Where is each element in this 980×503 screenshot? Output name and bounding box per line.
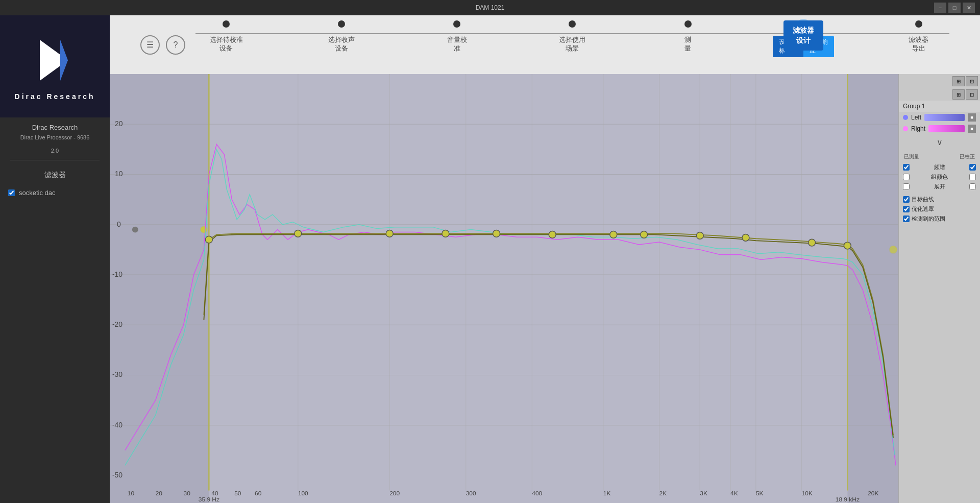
- svg-text:2K: 2K: [659, 490, 667, 497]
- option-rows: 目标曲线优化遮罩检测到的范围: [903, 195, 976, 224]
- bottom-panel: 已测量 已校正 频谱组颜色展开 目标曲线优化遮罩检测到的范围: [899, 150, 980, 227]
- option-row-1: 优化遮罩: [903, 204, 976, 214]
- step-item-2[interactable]: 音量校准: [426, 20, 487, 57]
- step-item-0[interactable]: 选择待校准设备: [195, 20, 257, 57]
- left-channel-end-btn[interactable]: ■: [968, 113, 976, 122]
- panel-icon-btn-2[interactable]: ⊡: [966, 76, 978, 86]
- right-channel-end-btn[interactable]: ■: [968, 125, 976, 133]
- corrected-header: 已校正: [960, 153, 975, 160]
- step-nav: ☰ ? 选择待校准设备选择收声设备音量校准选择使用场景测量滤波器设计滤波器设计设…: [110, 15, 980, 74]
- measured-header: 已测量: [904, 153, 919, 160]
- left-channel-dot: [903, 115, 908, 120]
- help-button[interactable]: ?: [166, 35, 185, 55]
- step-dot-1[interactable]: [338, 20, 345, 28]
- maximize-button[interactable]: □: [948, 3, 961, 13]
- right-channel-dot: [903, 126, 908, 131]
- step-dot-3[interactable]: [569, 20, 576, 28]
- step-item-3[interactable]: 选择使用场景: [542, 20, 603, 57]
- cb-label-2: 展开: [934, 183, 945, 190]
- svg-text:35.9 Hz: 35.9 Hz: [199, 496, 219, 503]
- option-cb-2[interactable]: [903, 215, 910, 222]
- measured-cb-2[interactable]: [903, 183, 910, 190]
- step-dot-2[interactable]: [453, 20, 460, 28]
- checkbox-header: 已测量 已校正: [903, 153, 976, 160]
- corrected-cb-0[interactable]: [969, 164, 976, 171]
- option-label-2: 检测到的范围: [912, 215, 945, 223]
- step-label-4: 测量: [684, 36, 691, 53]
- left-channel-label: Left: [911, 114, 921, 121]
- svg-point-52: [132, 227, 138, 233]
- checkbox-rows: 频谱组颜色展开: [903, 162, 976, 191]
- right-channel-label: Right: [911, 125, 925, 132]
- svg-point-57: [386, 230, 393, 237]
- svg-text:1K: 1K: [603, 490, 611, 497]
- svg-point-56: [295, 230, 302, 237]
- step-dot-6[interactable]: [915, 20, 922, 28]
- svg-text:-30: -30: [112, 370, 122, 378]
- nav-buttons: ☰ ?: [140, 35, 185, 55]
- svg-text:0: 0: [117, 220, 121, 228]
- step-dot-4[interactable]: [684, 20, 692, 28]
- svg-point-55: [205, 236, 212, 243]
- right-channel-bar: [928, 125, 965, 132]
- channel-row-left: Left ■: [899, 112, 980, 123]
- svg-text:10K: 10K: [802, 490, 813, 497]
- sidebar-section-label: 滤波器: [0, 160, 110, 184]
- svg-point-54: [889, 246, 897, 254]
- svg-point-61: [610, 231, 617, 238]
- checkbox-row-1: 组颜色: [903, 172, 976, 182]
- sidebar-brand: Dirac Research: [0, 117, 110, 133]
- step-item-4[interactable]: 测量: [657, 20, 719, 57]
- measured-cb-1[interactable]: [903, 174, 910, 180]
- device-checkbox[interactable]: [8, 189, 15, 196]
- graph-area: 20 10 0 -10 -20 -30 -40 -50 10 20 30 40 …: [110, 74, 898, 503]
- close-button[interactable]: ✕: [963, 3, 975, 13]
- cb-label-0: 频谱: [934, 163, 945, 171]
- group-label: Group 1: [899, 101, 980, 112]
- sidebar-device-line1: Dirac Live Processor - 9686: [0, 133, 110, 147]
- dirac-logo-icon: [30, 32, 81, 88]
- corrected-cb-1[interactable]: [969, 174, 976, 180]
- panel-icon-btn-1[interactable]: ⊞: [952, 76, 965, 86]
- option-label-0: 目标曲线: [912, 196, 934, 203]
- svg-text:50: 50: [234, 490, 241, 497]
- measured-cb-0[interactable]: [903, 164, 910, 171]
- window-controls: − □ ✕: [934, 3, 975, 13]
- option-row-0: 目标曲线: [903, 195, 976, 204]
- svg-point-59: [493, 230, 500, 237]
- bottom-options: 目标曲线优化遮罩检测到的范围: [903, 195, 976, 224]
- app-body: Dirac Research Dirac Research Dirac Live…: [0, 15, 980, 503]
- minimize-button[interactable]: −: [934, 3, 946, 13]
- logo-text: Dirac Research: [15, 92, 95, 101]
- step-item-5[interactable]: 滤波器设计滤波器设计设定目标脉冲响应: [773, 20, 834, 57]
- panel-icon-btn-4[interactable]: ⊡: [966, 89, 978, 100]
- step-item-1[interactable]: 选择收声设备: [311, 20, 372, 57]
- svg-text:20K: 20K: [868, 490, 878, 497]
- svg-text:-10: -10: [112, 270, 122, 278]
- sidebar-logo: Dirac Research: [0, 15, 110, 117]
- svg-text:-20: -20: [112, 320, 122, 328]
- window-title: DAM 1021: [476, 4, 505, 11]
- panel-icon-btn-3[interactable]: ⊞: [952, 89, 965, 100]
- active-step-box: 滤波器设计: [783, 20, 823, 51]
- step-dot-0[interactable]: [223, 20, 230, 28]
- step-item-6[interactable]: 滤波器导出: [888, 20, 949, 57]
- step-label-3: 选择使用场景: [559, 36, 585, 53]
- expand-button[interactable]: ∨: [899, 134, 980, 150]
- steps-list: 选择待校准设备选择收声设备音量校准选择使用场景测量滤波器设计滤波器设计设定目标脉…: [195, 15, 949, 57]
- corrected-cb-2[interactable]: [969, 183, 976, 190]
- checkbox-row-0: 频谱: [903, 162, 976, 172]
- svg-text:30: 30: [184, 490, 191, 497]
- svg-text:300: 300: [466, 490, 476, 497]
- sidebar-item-device[interactable]: socketic dac: [0, 184, 110, 202]
- svg-text:20: 20: [115, 119, 123, 128]
- option-cb-1[interactable]: [903, 206, 910, 212]
- checkbox-row-2: 展开: [903, 182, 976, 191]
- menu-button[interactable]: ☰: [140, 35, 160, 55]
- svg-point-65: [808, 239, 816, 246]
- device-label: socketic dac: [19, 189, 56, 197]
- option-cb-0[interactable]: [903, 196, 910, 203]
- svg-text:-50: -50: [112, 471, 122, 479]
- svg-rect-3: [110, 74, 898, 503]
- sidebar-device-line2: 2.0: [0, 147, 110, 160]
